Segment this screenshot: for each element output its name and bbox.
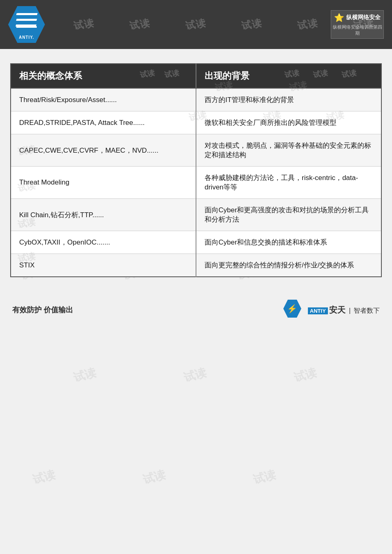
- table-cell-right: 面向Cyber和信息交换的描述和标准体系: [196, 231, 381, 254]
- bg-watermark: 试读: [182, 365, 208, 385]
- table-cell-left: Threat/Risk/Exposure/Asset......: [11, 88, 196, 111]
- logo-lines: [16, 13, 37, 36]
- logo-brand-text: ANTIY.: [19, 35, 34, 40]
- footer-hexagon: ⚡: [283, 300, 301, 318]
- table-cell-left: CAPEC,CWE,CVE,CVRF，MAEC，NVD......: [11, 134, 196, 167]
- footer-logo: ⚡ ANTIY安天 | 智者数下: [283, 300, 380, 320]
- badge-star-icon: ⭐: [334, 13, 344, 22]
- footer-antiy-label: ANTIY: [308, 307, 328, 314]
- badge-subtitle: 纵横网络安全培训营第四期: [331, 24, 383, 36]
- col-right-header-text: 出现的背景: [205, 71, 249, 81]
- col-left-header-text: 相关的概念体系: [19, 71, 82, 81]
- table-cell-right: 对攻击模式，脆弱点，漏洞等各种基础的安全元素的标定和描述结构: [196, 134, 381, 167]
- header-watermark: 试读: [296, 16, 320, 33]
- logo-line-2: [16, 19, 37, 21]
- badge-title: 纵横网络安全: [346, 14, 381, 21]
- bg-watermark: 试读: [72, 365, 98, 385]
- table-cell-right: 微软和相关安全厂商所推出的风险管理模型: [196, 111, 381, 134]
- table-row: STIX面向更完整的综合性的情报分析/作业/交换的体系: [11, 254, 381, 277]
- footer-tagline: 有效防护 价值输出: [12, 305, 73, 315]
- th-watermark: 试读: [139, 68, 156, 80]
- th-watermark: 试读: [341, 68, 357, 80]
- th-watermark: 试读: [164, 68, 180, 80]
- logo-line-1: [17, 13, 38, 15]
- logo-line-3: [16, 24, 36, 27]
- footer-logo-zh: 安天: [329, 305, 345, 314]
- bg-watermark: 试读: [31, 467, 57, 487]
- footer-brand-name: ANTIY安天 | 智者数下: [308, 305, 380, 316]
- header-watermark: 试读: [72, 16, 96, 33]
- table-cell-left: Threat Modeling: [11, 167, 196, 199]
- footer: 有效防护 价值输出 ⚡ ANTIY安天 | 智者数下: [0, 291, 392, 328]
- footer-lightning-icon: ⚡: [287, 304, 297, 314]
- header: 试读 试读 试读 试读 试读 试读 试读 ANTIY. ⭐ 纵横网络安全 纵横网…: [0, 0, 392, 49]
- table-cell-left: DREAD,STRIDE,PASTA, Attack Tree......: [11, 111, 196, 134]
- bg-watermark: 试读: [141, 467, 167, 487]
- bg-watermark: 试读: [292, 365, 318, 385]
- header-watermark: 试读: [241, 16, 264, 33]
- header-watermark: 试读: [185, 16, 208, 33]
- table-cell-left: Kill Chain,钻石分析,TTP......: [11, 199, 196, 231]
- table-cell-right: 各种威胁建模的方法论，工具，risk-centric，data-driven等等: [196, 167, 381, 199]
- table-row: Threat Modeling各种威胁建模的方法论，工具，risk-centri…: [11, 167, 381, 199]
- table-row: Kill Chain,钻石分析,TTP......面向Cyber和更高强度的攻击…: [11, 199, 381, 231]
- header-watermark: 试读: [128, 16, 151, 33]
- header-right-badge: ⭐ 纵横网络安全 纵横网络安全培训营第四期: [331, 10, 384, 39]
- th-watermark: 试读: [312, 68, 329, 80]
- footer-logo-subtext: |: [349, 307, 350, 314]
- table-cell-left: CybOX,TAXII，OpenIOC.......: [11, 231, 196, 254]
- bg-watermark: 试读: [252, 467, 278, 487]
- main-content: 试读 试读 试读 试读 试读 试读 试读 试读 试读 相关的概念体系 试读 试读…: [10, 63, 382, 277]
- table-row: Threat/Risk/Exposure/Asset......西方的IT管理和…: [11, 88, 381, 111]
- table-cell-right: 面向更完整的综合性的情报分析/作业/交换的体系: [196, 254, 381, 277]
- table-cell-right: 西方的IT管理和标准化的背景: [196, 88, 381, 111]
- table-row: CAPEC,CWE,CVE,CVRF，MAEC，NVD......对攻击模式，脆…: [11, 134, 381, 167]
- table-header-row: 相关的概念体系 试读 试读 出现的背景 试读 试读 试读: [11, 64, 381, 88]
- table-body: Threat/Risk/Exposure/Asset......西方的IT管理和…: [11, 88, 381, 277]
- table-row: DREAD,STRIDE,PASTA, Attack Tree......微软和…: [11, 111, 381, 134]
- footer-brand-text: ANTIY安天: [308, 305, 348, 314]
- footer-slogan: 智者数下: [354, 307, 380, 314]
- table-cell-left: STIX: [11, 254, 196, 277]
- table-cell-right: 面向Cyber和更高强度的攻击和对抗的场景的分析工具和分析方法: [196, 199, 381, 231]
- footer-logo-icon: ⚡: [283, 300, 306, 320]
- concept-table: 相关的概念体系 试读 试读 出现的背景 试读 试读 试读 Threat/Risk…: [10, 63, 382, 277]
- th-watermark: 试读: [284, 68, 300, 80]
- table-row: CybOX,TAXII，OpenIOC.......面向Cyber和信息交换的描…: [11, 231, 381, 254]
- col-right-header: 出现的背景 试读 试读 试读: [196, 64, 381, 88]
- col-left-header: 相关的概念体系 试读 试读: [11, 64, 196, 88]
